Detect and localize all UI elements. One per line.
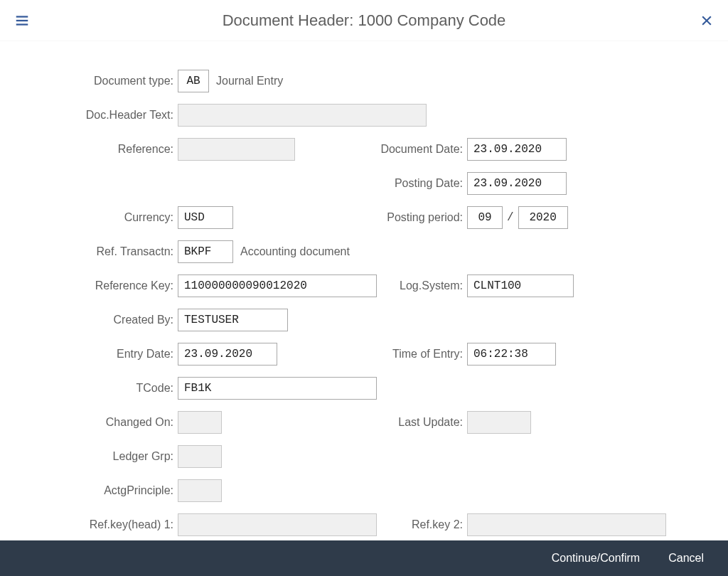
ledger-grp-field[interactable] [178,445,222,468]
time-of-entry-field[interactable]: 06:22:38 [467,343,556,366]
label-log-system: Log.System: [353,279,467,292]
label-posting-date: Posting Date: [353,177,467,190]
label-posting-period: Posting period: [353,211,467,224]
entry-date-field[interactable]: 23.09.2020 [178,343,277,366]
posting-period-year-field[interactable]: 2020 [518,206,568,229]
changed-on-field[interactable] [178,411,222,434]
log-system-field[interactable]: CLNT100 [467,274,574,297]
ref-key-2-field[interactable] [467,513,666,536]
label-reference-key: Reference Key: [21,279,178,292]
dialog-header: Document Header: 1000 Company Code [0,0,728,41]
close-icon[interactable] [700,14,714,28]
label-doc-type: Document type: [21,75,178,87]
actg-principle-field[interactable] [178,479,222,502]
ref-transactn-desc: Accounting document [240,245,350,258]
document-date-field[interactable]: 23.09.2020 [467,138,567,161]
form-body: Document type: AB Journal Entry Doc.Head… [0,41,728,540]
doc-type-desc: Journal Entry [216,75,283,87]
created-by-field[interactable]: TESTUSER [178,309,288,331]
label-ref-key-head-1: Ref.key(head) 1: [21,518,178,531]
continue-confirm-button[interactable]: Continue/Confirm [547,551,645,565]
menu-icon[interactable] [14,13,30,28]
label-reference: Reference: [21,143,178,156]
ref-transactn-field[interactable]: BKPF [178,240,233,263]
label-currency: Currency: [21,211,178,224]
label-doc-header-text: Doc.Header Text: [21,109,178,122]
doc-header-text-field[interactable] [178,104,427,127]
cancel-button[interactable]: Cancel [664,551,708,565]
label-ref-key-2: Ref.key 2: [353,518,467,531]
label-ref-transactn: Ref. Transactn: [21,245,178,258]
period-slash: / [507,211,514,224]
posting-period-month-field[interactable]: 09 [467,206,503,229]
label-changed-on: Changed On: [21,416,178,429]
last-update-field[interactable] [467,411,531,434]
label-time-of-entry: Time of Entry: [353,348,467,361]
doc-type-code-field[interactable]: AB [178,70,209,92]
dialog-title: Document Header: 1000 Company Code [0,11,728,30]
tcode-field[interactable]: FB1K [178,377,377,400]
label-ledger-grp: Ledger Grp: [21,450,178,463]
label-tcode: TCode: [21,382,178,395]
posting-date-field[interactable]: 23.09.2020 [467,172,567,195]
reference-field[interactable] [178,138,295,161]
label-document-date: Document Date: [353,143,467,156]
dialog-footer: Continue/Confirm Cancel [0,540,728,576]
label-entry-date: Entry Date: [21,348,178,361]
reference-key-field[interactable]: 110000000090012020 [178,274,377,297]
label-actg-principle: ActgPrinciple: [21,484,178,497]
ref-key-head-1-field[interactable] [178,513,377,536]
currency-field[interactable]: USD [178,206,233,229]
label-last-update: Last Update: [353,416,467,429]
label-created-by: Created By: [21,314,178,326]
